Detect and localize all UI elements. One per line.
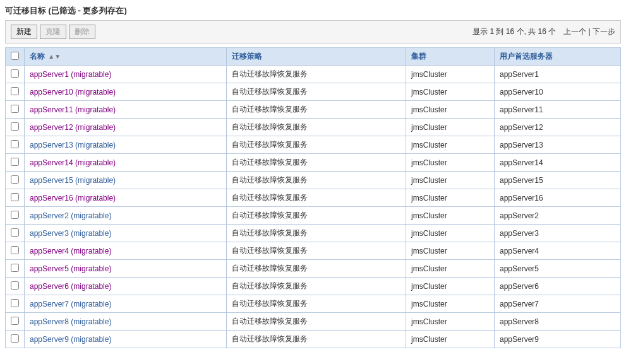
header-checkbox-cell: [6, 48, 25, 66]
table-row: appServer8 (migratable)自动迁移故障恢复服务jmsClus…: [6, 313, 621, 331]
header-name[interactable]: 名称 ▲▼: [25, 48, 227, 66]
row-strategy-cell: 自动迁移故障恢复服务: [227, 136, 406, 154]
row-name-cell: appServer2 (migratable): [25, 207, 227, 225]
row-checkbox[interactable]: [11, 158, 19, 166]
table-row: appServer14 (migratable)自动迁移故障恢复服务jmsClu…: [6, 154, 621, 172]
row-name-cell: appServer16 (migratable): [25, 189, 227, 207]
row-strategy-cell: 自动迁移故障恢复服务: [227, 278, 406, 295]
row-name-cell: appServer3 (migratable): [25, 225, 227, 242]
table-row: appServer16 (migratable)自动迁移故障恢复服务jmsClu…: [6, 189, 621, 207]
row-name-link[interactable]: appServer11 (migratable): [30, 105, 116, 114]
row-checkbox-cell: [6, 119, 25, 136]
row-checkbox-cell: [6, 313, 25, 331]
row-name-link[interactable]: appServer3 (migratable): [30, 229, 111, 238]
table-row: appServer15 (migratable)自动迁移故障恢复服务jmsClu…: [6, 172, 621, 189]
sort-asc-icon: ▲▼: [48, 53, 61, 60]
header-userpref[interactable]: 用户首选服务器: [495, 48, 621, 66]
row-checkbox[interactable]: [11, 105, 19, 113]
row-name-cell: appServer14 (migratable): [25, 154, 227, 172]
table-row: appServer7 (migratable)自动迁移故障恢复服务jmsClus…: [6, 295, 621, 313]
row-checkbox[interactable]: [11, 87, 19, 95]
row-checkbox[interactable]: [11, 69, 19, 78]
row-name-cell: appServer5 (migratable): [25, 260, 227, 278]
row-checkbox[interactable]: [11, 211, 19, 219]
header-userpref-link[interactable]: 用户首选服务器: [500, 52, 553, 61]
select-all-checkbox[interactable]: [11, 52, 19, 60]
row-checkbox-cell: [6, 260, 25, 278]
row-strategy-cell: 自动迁移故障恢复服务: [227, 83, 406, 101]
row-name-link[interactable]: appServer8 (migratable): [30, 317, 111, 326]
row-name-link[interactable]: appServer9 (migratable): [30, 335, 111, 344]
pager-sep: |: [586, 27, 593, 36]
table-row: appServer9 (migratable)自动迁移故障恢复服务jmsClus…: [6, 331, 621, 348]
row-name-cell: appServer9 (migratable): [25, 331, 227, 348]
row-checkbox-cell: [6, 154, 25, 172]
row-checkbox[interactable]: [11, 299, 19, 307]
row-userpref-cell: appServer4: [495, 242, 621, 260]
row-strategy-cell: 自动迁移故障恢复服务: [227, 260, 406, 278]
row-cluster-cell: jmsCluster: [406, 225, 495, 242]
row-name-link[interactable]: appServer15 (migratable): [30, 176, 116, 185]
row-name-cell: appServer1 (migratable): [25, 66, 227, 83]
row-name-cell: appServer11 (migratable): [25, 101, 227, 119]
new-button[interactable]: 新建: [11, 25, 37, 39]
row-checkbox-cell: [6, 101, 25, 119]
row-checkbox[interactable]: [11, 317, 19, 325]
row-name-cell: appServer15 (migratable): [25, 172, 227, 189]
table-row: appServer11 (migratable)自动迁移故障恢复服务jmsClu…: [6, 101, 621, 119]
row-strategy-cell: 自动迁移故障恢复服务: [227, 225, 406, 242]
row-strategy-cell: 自动迁移故障恢复服务: [227, 331, 406, 348]
row-checkbox-cell: [6, 189, 25, 207]
row-strategy-cell: 自动迁移故障恢复服务: [227, 66, 406, 83]
row-name-link[interactable]: appServer7 (migratable): [30, 300, 111, 308]
row-userpref-cell: appServer13: [495, 136, 621, 154]
row-checkbox-cell: [6, 278, 25, 295]
table-row: appServer6 (migratable)自动迁移故障恢复服务jmsClus…: [6, 278, 621, 295]
table-row: appServer3 (migratable)自动迁移故障恢复服务jmsClus…: [6, 225, 621, 242]
row-checkbox[interactable]: [11, 334, 19, 343]
row-name-link[interactable]: appServer10 (migratable): [30, 88, 116, 97]
row-name-link[interactable]: appServer14 (migratable): [30, 158, 116, 167]
row-name-link[interactable]: appServer2 (migratable): [30, 211, 111, 220]
header-cluster[interactable]: 集群: [406, 48, 495, 66]
row-name-link[interactable]: appServer16 (migratable): [30, 194, 116, 203]
row-name-link[interactable]: appServer1 (migratable): [30, 70, 111, 79]
row-checkbox-cell: [6, 295, 25, 313]
row-name-link[interactable]: appServer5 (migratable): [30, 264, 111, 273]
header-strategy[interactable]: 迁移策略: [227, 48, 406, 66]
row-checkbox[interactable]: [11, 140, 19, 148]
clone-button[interactable]: 克隆: [40, 25, 66, 39]
row-userpref-cell: appServer12: [495, 119, 621, 136]
row-checkbox[interactable]: [11, 193, 19, 201]
pager: 显示 1 到 16 个, 共 16 个 上一个 | 下一步: [473, 26, 615, 37]
row-checkbox-cell: [6, 172, 25, 189]
row-strategy-cell: 自动迁移故障恢复服务: [227, 242, 406, 260]
row-name-link[interactable]: appServer4 (migratable): [30, 247, 111, 255]
table-row: appServer5 (migratable)自动迁移故障恢复服务jmsClus…: [6, 260, 621, 278]
delete-button[interactable]: 删除: [69, 25, 95, 39]
row-checkbox[interactable]: [11, 175, 19, 184]
row-userpref-cell: appServer6: [495, 278, 621, 295]
row-cluster-cell: jmsCluster: [406, 66, 495, 83]
row-name-link[interactable]: appServer12 (migratable): [30, 123, 116, 132]
row-cluster-cell: jmsCluster: [406, 83, 495, 101]
row-cluster-cell: jmsCluster: [406, 189, 495, 207]
row-checkbox[interactable]: [11, 122, 19, 131]
row-checkbox[interactable]: [11, 246, 19, 254]
row-userpref-cell: appServer16: [495, 189, 621, 207]
row-name-cell: appServer6 (migratable): [25, 278, 227, 295]
row-userpref-cell: appServer8: [495, 313, 621, 331]
table-row: appServer10 (migratable)自动迁移故障恢复服务jmsClu…: [6, 83, 621, 101]
row-name-link[interactable]: appServer6 (migratable): [30, 282, 111, 291]
header-cluster-link[interactable]: 集群: [411, 52, 426, 61]
row-checkbox[interactable]: [11, 281, 19, 290]
row-name-cell: appServer7 (migratable): [25, 295, 227, 313]
header-name-link[interactable]: 名称 ▲▼: [30, 52, 61, 61]
header-strategy-link[interactable]: 迁移策略: [232, 52, 262, 61]
row-checkbox[interactable]: [11, 228, 19, 237]
row-cluster-cell: jmsCluster: [406, 119, 495, 136]
header-name-label: 名称: [30, 52, 45, 61]
row-name-link[interactable]: appServer13 (migratable): [30, 141, 116, 150]
page-title: 可迁移目标 (已筛选 - 更多列存在): [5, 5, 621, 16]
row-checkbox[interactable]: [11, 264, 19, 272]
